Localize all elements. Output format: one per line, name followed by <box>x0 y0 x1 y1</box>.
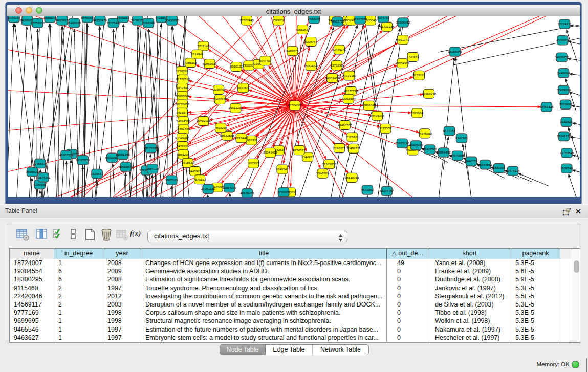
graph-node[interactable]: 38498331 <box>346 144 361 153</box>
graph-node[interactable]: 62445240 <box>332 45 346 54</box>
select-columns-icon[interactable] <box>52 228 64 244</box>
show-column-icon[interactable] <box>36 228 48 244</box>
graph-node[interactable]: 66125833 <box>76 156 90 165</box>
graph-node[interactable]: 9466075 <box>286 47 299 56</box>
graph-node[interactable]: 71583856 <box>322 160 336 169</box>
graph-node[interactable]: 8599232 <box>272 16 285 25</box>
graph-node[interactable]: 88341469 <box>263 148 277 157</box>
table-row[interactable]: 1830029562008Estimation of significance … <box>10 275 580 283</box>
graph-node[interactable]: 77072180 <box>342 71 357 80</box>
graph-node[interactable]: 42236451 <box>211 85 226 94</box>
graph-node[interactable]: 11482827 <box>213 95 227 104</box>
graph-node[interactable]: 56861482 <box>325 74 339 83</box>
graph-node[interactable]: 8440155 <box>465 157 478 166</box>
table-row[interactable]: 969969511998Structural magnetic resonanc… <box>10 317 580 325</box>
graph-node[interactable]: 8047457 <box>259 56 272 65</box>
graph-node[interactable]: 12753848 <box>560 148 574 158</box>
graph-node[interactable]: 12224121 <box>557 19 572 29</box>
graph-node[interactable]: 50995084 <box>176 92 190 101</box>
tab-edge-table[interactable]: Edge Table <box>266 345 313 355</box>
graph-node[interactable]: 1554020 <box>146 164 159 173</box>
delete-table-icon[interactable] <box>116 228 129 244</box>
graph-node[interactable]: 12053684 <box>341 94 356 103</box>
graph-node[interactable]: 5546289 <box>316 169 329 178</box>
graph-node[interactable]: 5009767 <box>304 37 317 47</box>
graph-node[interactable]: 9231141 <box>197 41 209 51</box>
graph-node[interactable]: 52439003 <box>557 85 571 95</box>
graph-node[interactable]: 3938746 <box>560 164 573 173</box>
graph-node[interactable]: 33188046 <box>448 47 462 56</box>
table-row[interactable]: 946554611997Estimation of the future num… <box>10 325 580 334</box>
graph-node[interactable]: 5449084 <box>557 69 570 78</box>
graph-node[interactable]: 15904092 <box>304 61 318 71</box>
table-row[interactable]: 2242004622012Investigating the contribut… <box>10 292 580 300</box>
graph-node[interactable]: 46967559 <box>59 150 74 160</box>
graph-node[interactable]: 82869637 <box>203 59 217 69</box>
graph-node[interactable]: 34886250 <box>555 53 569 62</box>
column-header-title[interactable]: title <box>141 249 387 259</box>
new-column-icon[interactable] <box>84 228 97 244</box>
graph-node[interactable]: 1271095 <box>331 61 343 70</box>
graph-node[interactable]: 7734546 <box>407 52 420 61</box>
graph-node[interactable]: 27658378 <box>33 159 48 168</box>
graph-node[interactable]: 6919440 <box>235 134 248 143</box>
column-header-name[interactable]: name <box>10 249 54 259</box>
graph-node[interactable]: 5394288 <box>178 125 190 134</box>
tab-network-table[interactable]: Network Table <box>313 345 368 355</box>
graph-node[interactable]: 27261231 <box>201 184 215 193</box>
graph-node[interactable]: 3132825 <box>560 117 573 126</box>
close-panel-icon[interactable]: ✕ <box>575 205 581 219</box>
column-header-year[interactable]: year <box>103 249 141 259</box>
graph-node[interactable]: 3270009 <box>277 188 290 197</box>
graph-node[interactable]: 8666253 <box>117 16 129 23</box>
graph-node[interactable]: 3918633 <box>182 158 194 167</box>
table-select-dropdown[interactable]: citations_edges.txt <box>147 231 347 242</box>
graph-node[interactable]: 36455895 <box>165 16 179 25</box>
column-header-pagerank[interactable]: pagerank <box>511 249 560 259</box>
graph-node[interactable]: 63256918 <box>31 18 45 28</box>
graph-node[interactable]: 1929871 <box>91 169 104 179</box>
graph-node[interactable]: 9140547 <box>276 165 289 174</box>
graph-node[interactable]: 1776280 <box>176 67 189 76</box>
graph-node[interactable]: 6094259 <box>8 16 20 23</box>
graph-node[interactable]: 17479085 <box>450 151 465 160</box>
delete-column-icon[interactable] <box>100 228 114 244</box>
graph-node[interactable]: 8429365 <box>177 142 189 151</box>
graph-node[interactable]: 69474924 <box>506 166 520 176</box>
graph-node[interactable]: 17827560 <box>353 16 367 24</box>
graph-node[interactable]: 2696822 <box>26 167 39 177</box>
graph-node[interactable]: 41490557 <box>338 121 352 130</box>
column-header-short[interactable]: short <box>428 249 511 259</box>
graph-node[interactable]: 3445928 <box>189 167 202 176</box>
table-mode-icon[interactable] <box>16 228 30 244</box>
graph-node[interactable]: 8846066 <box>81 16 94 23</box>
function-builder-icon[interactable]: f(x) <box>130 229 141 238</box>
column-header-in_degree[interactable]: in_degree <box>54 249 103 259</box>
table-row[interactable]: 977716911998Corpus callosum shape and si… <box>10 309 580 317</box>
graph-node[interactable]: 4074797 <box>377 16 390 23</box>
graph-node[interactable]: 1885627 <box>247 159 260 168</box>
graph-node[interactable]: 76891347 <box>362 101 376 110</box>
graph-node[interactable]: 75885198 <box>395 139 409 148</box>
table-scrollbar[interactable] <box>572 249 580 342</box>
graph-node[interactable]: 95635280 <box>144 144 158 153</box>
graph-node[interactable]: 6881206 <box>177 150 190 159</box>
table-row[interactable]: 911546021997Tourette syndrome. Phenomeno… <box>10 284 580 292</box>
graph-node[interactable]: 1177552 <box>380 124 392 133</box>
graph-node[interactable]: 7575153 <box>193 175 206 184</box>
graph-node[interactable]: 16812230 <box>228 103 243 113</box>
graph-node[interactable]: 43574361 <box>36 173 51 182</box>
row-height-icon[interactable] <box>70 228 77 244</box>
graph-node[interactable]: 49405416 <box>409 141 423 150</box>
graph-node[interactable]: 54884526 <box>176 117 190 126</box>
graph-node[interactable]: 11466089 <box>67 18 81 28</box>
graph-node[interactable]: 4872062 <box>361 185 374 194</box>
graph-node[interactable]: 7893290 <box>214 123 227 133</box>
table-row[interactable]: 1456911722003Disruption of a novel membe… <box>10 300 580 309</box>
graph-node[interactable]: 3416071 <box>176 108 189 117</box>
graph-node[interactable]: 64933759 <box>331 17 345 26</box>
graph-node[interactable]: 57420397 <box>175 133 189 142</box>
column-header-out_de[interactable]: △ out_de... <box>387 249 428 259</box>
graph-node[interactable]: 81294767 <box>380 186 394 195</box>
graph-node[interactable]: 98538733 <box>345 173 359 182</box>
